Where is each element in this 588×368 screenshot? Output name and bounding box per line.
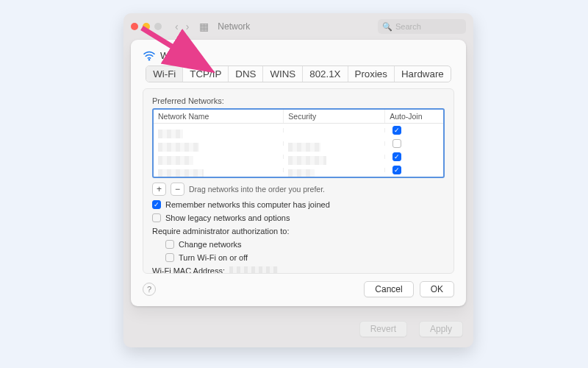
advanced-sheet: Wi-Fi Wi-Fi TCP/IP DNS WINS 802.1X Proxi…	[131, 40, 466, 306]
wifi-icon	[143, 51, 156, 61]
col-security[interactable]: Security	[284, 110, 385, 123]
network-name-redacted	[158, 169, 204, 177]
legacy-label: Show legacy networks and options	[165, 213, 290, 222]
remember-label: Remember networks this computer has join…	[165, 200, 330, 209]
traffic-lights[interactable]	[131, 23, 162, 30]
col-network-name[interactable]: Network Name	[154, 110, 284, 123]
show-legacy-option[interactable]: Show legacy networks and options	[152, 213, 445, 222]
close-window-button[interactable]	[131, 23, 138, 30]
preferred-networks-list[interactable]: Network Name Security Auto-Join ✓✓✓	[152, 108, 445, 178]
table-row[interactable]: ✓	[154, 124, 443, 137]
forward-icon[interactable]: ›	[186, 21, 190, 32]
toggle-wifi-option[interactable]: Turn Wi-Fi on or off	[165, 253, 445, 262]
remove-network-button[interactable]: −	[171, 183, 184, 196]
back-icon[interactable]: ‹	[175, 21, 179, 32]
svg-point-0	[148, 59, 150, 60]
table-row[interactable]: ✓	[154, 163, 443, 177]
table-row[interactable]: ✓	[154, 150, 443, 163]
search-placeholder: Search	[395, 22, 421, 31]
mac-address-value-redacted	[229, 266, 278, 274]
search-icon: 🔍	[382, 22, 392, 32]
show-all-icon[interactable]: ▦	[199, 21, 209, 32]
sheet-header: Wi-Fi	[143, 50, 454, 61]
network-name-redacted	[158, 156, 193, 165]
tab-8021x[interactable]: 802.1X	[303, 66, 348, 82]
mac-address-label: Wi-Fi MAC Address:	[152, 266, 225, 274]
search-field[interactable]: 🔍 Search	[378, 19, 466, 34]
tab-wifi[interactable]: Wi-Fi	[146, 66, 183, 82]
require-admin-label-row: Require administrator authorization to:	[152, 227, 445, 236]
security-redacted	[288, 143, 320, 152]
remember-networks-option[interactable]: ✓ Remember networks this computer has jo…	[152, 200, 445, 209]
autojoin-checkbox[interactable]: ✓	[392, 126, 401, 135]
ok-button[interactable]: OK	[420, 281, 454, 297]
change-networks-checkbox[interactable]	[165, 240, 174, 249]
security-redacted	[288, 156, 326, 165]
mac-address-row: Wi-Fi MAC Address:	[152, 266, 445, 274]
cancel-button[interactable]: Cancel	[364, 281, 413, 297]
col-auto-join[interactable]: Auto-Join	[385, 110, 443, 123]
window-title: Network	[218, 21, 250, 32]
autojoin-checkbox[interactable]: ✓	[392, 152, 401, 161]
tab-hardware[interactable]: Hardware	[395, 66, 451, 82]
apply-button: Apply	[419, 321, 463, 337]
add-remove-row: + − Drag networks into the order you pre…	[152, 183, 445, 196]
require-admin-label: Require administrator authorization to:	[152, 227, 289, 236]
tab-bar: Wi-Fi TCP/IP DNS WINS 802.1X Proxies Har…	[146, 66, 451, 82]
table-row[interactable]	[154, 137, 443, 150]
interface-title: Wi-Fi	[160, 50, 182, 61]
add-network-button[interactable]: +	[152, 183, 166, 196]
network-name-redacted	[158, 130, 183, 138]
tab-wins[interactable]: WINS	[263, 66, 303, 82]
tab-tcpip[interactable]: TCP/IP	[183, 66, 229, 82]
nav-buttons: ‹ ›	[175, 21, 189, 32]
change-networks-label: Change networks	[179, 240, 242, 249]
sheet-footer: ? Cancel OK	[143, 281, 454, 297]
security-redacted	[288, 169, 315, 177]
tab-proxies[interactable]: Proxies	[348, 66, 395, 82]
network-name-redacted	[158, 143, 199, 152]
revert-button: Revert	[359, 321, 407, 337]
wifi-tab-content: Preferred Networks: Network Name Securit…	[143, 88, 454, 274]
list-body[interactable]: ✓✓✓	[154, 124, 443, 177]
legacy-checkbox[interactable]	[152, 213, 161, 222]
toggle-wifi-checkbox[interactable]	[165, 253, 174, 262]
help-button[interactable]: ?	[143, 283, 156, 296]
zoom-window-button[interactable]	[154, 23, 162, 30]
system-prefs-window: ‹ › ▦ Network 🔍 Search Wi-Fi Wi-Fi TCP/I…	[123, 13, 473, 347]
minimize-window-button[interactable]	[143, 23, 150, 30]
autojoin-checkbox[interactable]: ✓	[392, 166, 401, 174]
drag-hint: Drag networks into the order you prefer.	[189, 185, 325, 194]
window-titlebar: ‹ › ▦ Network 🔍 Search	[123, 13, 473, 40]
background-buttons: Revert Apply	[354, 321, 463, 337]
tab-dns[interactable]: DNS	[229, 66, 263, 82]
preferred-networks-label: Preferred Networks:	[152, 96, 445, 105]
autojoin-checkbox[interactable]	[392, 139, 401, 148]
toggle-wifi-label: Turn Wi-Fi on or off	[179, 253, 248, 262]
list-header: Network Name Security Auto-Join	[154, 110, 443, 124]
remember-checkbox[interactable]: ✓	[152, 200, 161, 209]
change-networks-option[interactable]: Change networks	[165, 240, 445, 249]
